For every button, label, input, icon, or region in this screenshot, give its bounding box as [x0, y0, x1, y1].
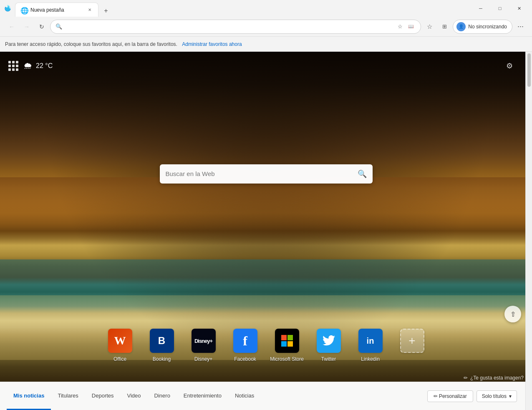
news-tab-dinero[interactable]: Dinero — [148, 382, 177, 410]
news-bar-right: ✏ Personalizar Solo títulos ▾ — [427, 390, 525, 402]
booking-icon: B — [150, 329, 174, 353]
news-tab-titulares[interactable]: Titulares — [51, 382, 85, 410]
refresh-button[interactable]: ↻ — [35, 20, 48, 33]
shortcut-office-label: Office — [113, 356, 126, 362]
page-content: 🌧 22 °C ⚙ 🔍 W Office — [0, 52, 532, 410]
address-input[interactable] — [66, 23, 392, 30]
shortcut-linkedin[interactable]: in Linkedin — [352, 329, 389, 362]
news-tab-noticias[interactable]: Noticias — [228, 382, 261, 410]
office-icon: W — [108, 329, 132, 353]
back-button[interactable]: ← — [5, 20, 18, 33]
shortcut-msstore[interactable]: Microsoft Store — [268, 329, 306, 362]
pencil-icon: ✏ — [464, 375, 468, 381]
collections-icon[interactable]: ☆ — [423, 20, 436, 33]
title-bar: 🌐 Nueva pestaña ✕ + ─ □ ✕ — [0, 0, 532, 17]
shortcut-booking[interactable]: B Booking — [143, 329, 181, 362]
shortcut-msstore-label: Microsoft Store — [270, 356, 304, 362]
shortcut-twitter-label: Twitter — [321, 356, 336, 362]
svg-rect-1 — [287, 335, 293, 340]
temperature-label: 22 °C — [36, 62, 53, 70]
tab-bar: 🌐 Nueva pestaña ✕ + — [15, 0, 469, 17]
page-settings-button[interactable]: ⚙ — [502, 58, 517, 73]
weather-icon: 🌧 — [23, 60, 33, 71]
page-top-bar: 🌧 22 °C ⚙ — [0, 52, 525, 80]
scrollbar-thumb[interactable] — [527, 53, 531, 87]
search-box[interactable]: 🔍 — [160, 164, 373, 184]
search-icon-small: 🔍 — [55, 23, 62, 30]
shortcut-add[interactable]: + — [393, 329, 431, 362]
workspaces-icon[interactable]: ⊞ — [438, 20, 451, 33]
apps-weather-container: 🌧 22 °C — [8, 60, 53, 71]
scroll-up-button[interactable]: ⇧ — [504, 306, 521, 322]
forward-button[interactable]: → — [20, 20, 33, 33]
news-tab-mis-noticias[interactable]: Mis noticias — [7, 382, 51, 410]
profile-label: No sincronizando — [468, 24, 507, 30]
shortcut-linkedin-label: Linkedin — [361, 356, 380, 362]
msstore-icon — [275, 329, 299, 353]
edge-icon — [3, 4, 12, 13]
titles-dropdown[interactable]: Solo títulos ▾ — [477, 390, 517, 402]
tab-close-button[interactable]: ✕ — [86, 7, 93, 13]
svg-rect-3 — [287, 341, 293, 347]
window-controls: ─ □ ✕ — [471, 2, 529, 15]
maximize-button[interactable]: □ — [490, 2, 509, 15]
news-tab-video[interactable]: Video — [121, 382, 148, 410]
scrollbar[interactable] — [525, 52, 532, 410]
disney-icon: Disney+ — [192, 329, 216, 353]
search-input[interactable] — [166, 170, 353, 177]
menu-dots-button[interactable]: ··· — [514, 20, 527, 33]
twitter-icon — [317, 329, 341, 353]
facebook-icon: f — [233, 329, 257, 353]
svg-rect-2 — [281, 341, 287, 347]
image-attribution[interactable]: ✏ ¿Te gusta esta imagen? — [464, 375, 524, 381]
minimize-button[interactable]: ─ — [471, 2, 490, 15]
nav-right-controls: ☆ ⊞ 👤 No sincronizando ··· — [423, 20, 527, 34]
profile-button[interactable]: 👤 No sincronizando — [453, 20, 512, 34]
manage-favorites-link[interactable]: Administrar favoritos ahora — [182, 41, 242, 47]
shortcut-office[interactable]: W Office — [101, 329, 139, 362]
favorites-hint-text: Para tener acceso rápido, coloque sus fa… — [5, 41, 177, 47]
search-container: 🔍 — [160, 164, 373, 184]
address-bar[interactable]: 🔍 ☆ 📖 — [50, 20, 421, 34]
tab-title: Nueva pestaña — [30, 7, 83, 13]
shortcuts-row: W Office B Booking Disney+ Disney+ — [0, 329, 532, 362]
personalize-button[interactable]: ✏ Personalizar — [427, 390, 473, 402]
shortcut-disney-label: Disney+ — [194, 356, 213, 362]
shortcut-facebook-label: Facebook — [234, 356, 256, 362]
tab-favicon: 🌐 — [20, 7, 27, 13]
close-button[interactable]: ✕ — [509, 2, 529, 15]
address-icons: ☆ 📖 — [396, 22, 416, 31]
chevron-down-icon: ▾ — [509, 393, 512, 399]
news-tab-deportes[interactable]: Deportes — [85, 382, 121, 410]
avatar: 👤 — [456, 22, 466, 31]
svg-rect-0 — [281, 335, 287, 340]
active-tab[interactable]: 🌐 Nueva pestaña ✕ — [15, 3, 98, 17]
nav-bar: ← → ↻ 🔍 ☆ 📖 ☆ ⊞ 👤 No sincronizando ··· — [0, 17, 532, 37]
linkedin-icon: in — [358, 329, 383, 353]
apps-grid-button[interactable] — [8, 61, 18, 71]
add-shortcut-icon: + — [400, 329, 424, 353]
reading-mode-icon[interactable]: 📖 — [406, 22, 416, 31]
favorites-bar: Para tener acceso rápido, coloque sus fa… — [0, 37, 532, 52]
news-tabs: Mis noticias Titulares Deportes Video Di… — [0, 382, 427, 410]
news-tab-entretenimiento[interactable]: Entretenimiento — [177, 382, 228, 410]
shortcut-twitter[interactable]: Twitter — [310, 329, 348, 362]
new-tab-button[interactable]: + — [100, 5, 112, 17]
image-attr-text: ¿Te gusta esta imagen? — [470, 375, 524, 381]
news-bar: Mis noticias Titulares Deportes Video Di… — [0, 382, 525, 410]
star-icon[interactable]: ☆ — [396, 22, 405, 31]
titles-label: Solo títulos — [482, 393, 507, 399]
search-submit-icon[interactable]: 🔍 — [358, 169, 367, 179]
shortcut-facebook[interactable]: f Facebook — [227, 329, 264, 362]
weather-widget[interactable]: 🌧 22 °C — [23, 60, 53, 71]
shortcut-booking-label: Booking — [153, 356, 171, 362]
shortcut-disney[interactable]: Disney+ Disney+ — [185, 329, 222, 362]
